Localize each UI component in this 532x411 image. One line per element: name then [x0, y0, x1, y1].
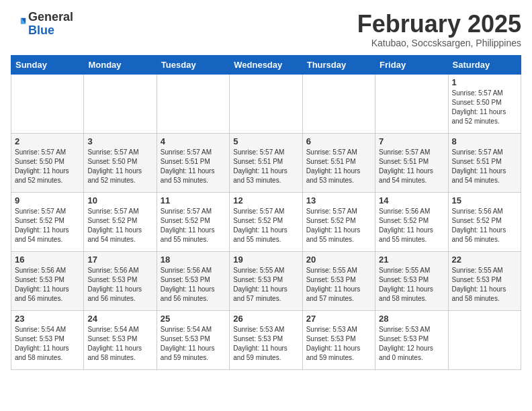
day-number: 28	[379, 314, 444, 324]
day-number: 11	[161, 195, 226, 205]
calendar-header-row: SundayMondayTuesdayWednesdayThursdayFrid…	[11, 55, 521, 74]
day-info: Sunrise: 5:57 AM Sunset: 5:50 PM Dayligh…	[452, 89, 517, 126]
day-number: 8	[452, 136, 517, 146]
day-number: 3	[87, 136, 152, 146]
calendar-day-cell: 26Sunrise: 5:53 AM Sunset: 5:53 PM Dayli…	[230, 310, 302, 369]
calendar-day-header: Thursday	[302, 55, 375, 74]
day-number: 9	[15, 195, 80, 205]
day-info: Sunrise: 5:55 AM Sunset: 5:53 PM Dayligh…	[452, 266, 517, 304]
day-info: Sunrise: 5:55 AM Sunset: 5:53 PM Dayligh…	[306, 266, 371, 304]
calendar-day-cell: 13Sunrise: 5:57 AM Sunset: 5:52 PM Dayli…	[302, 192, 375, 251]
calendar-day-cell: 24Sunrise: 5:54 AM Sunset: 5:53 PM Dayli…	[84, 310, 157, 369]
logo: General Blue	[11, 11, 73, 38]
calendar-day-cell	[230, 74, 302, 133]
day-number: 12	[233, 195, 298, 205]
day-info: Sunrise: 5:57 AM Sunset: 5:51 PM Dayligh…	[452, 148, 517, 185]
day-info: Sunrise: 5:57 AM Sunset: 5:51 PM Dayligh…	[306, 148, 371, 185]
calendar-week-row: 1Sunrise: 5:57 AM Sunset: 5:50 PM Daylig…	[11, 74, 521, 133]
day-number: 5	[233, 136, 298, 146]
page-header: General Blue February 2025 Katubao, Socc…	[11, 11, 521, 48]
day-number: 26	[233, 314, 298, 324]
day-info: Sunrise: 5:55 AM Sunset: 5:53 PM Dayligh…	[233, 266, 298, 304]
calendar-week-row: 23Sunrise: 5:54 AM Sunset: 5:53 PM Dayli…	[11, 310, 521, 369]
title-block: February 2025 Katubao, Soccsksargen, Phi…	[357, 11, 521, 48]
day-info: Sunrise: 5:57 AM Sunset: 5:50 PM Dayligh…	[15, 148, 80, 185]
day-info: Sunrise: 5:53 AM Sunset: 5:53 PM Dayligh…	[233, 325, 298, 363]
day-info: Sunrise: 5:57 AM Sunset: 5:52 PM Dayligh…	[161, 207, 226, 244]
day-number: 10	[87, 195, 152, 205]
day-number: 18	[161, 255, 226, 265]
calendar-day-cell: 20Sunrise: 5:55 AM Sunset: 5:53 PM Dayli…	[302, 251, 375, 310]
calendar-day-header: Monday	[84, 55, 157, 74]
day-info: Sunrise: 5:57 AM Sunset: 5:51 PM Dayligh…	[379, 148, 444, 185]
day-number: 15	[452, 195, 517, 205]
day-info: Sunrise: 5:56 AM Sunset: 5:52 PM Dayligh…	[379, 207, 444, 244]
day-info: Sunrise: 5:56 AM Sunset: 5:53 PM Dayligh…	[87, 266, 152, 304]
calendar-day-cell: 21Sunrise: 5:55 AM Sunset: 5:53 PM Dayli…	[375, 251, 448, 310]
day-number: 7	[379, 136, 444, 146]
calendar-day-cell: 22Sunrise: 5:55 AM Sunset: 5:53 PM Dayli…	[448, 251, 521, 310]
calendar-day-cell: 27Sunrise: 5:53 AM Sunset: 5:53 PM Dayli…	[302, 310, 375, 369]
calendar-day-cell	[84, 74, 157, 133]
day-info: Sunrise: 5:55 AM Sunset: 5:53 PM Dayligh…	[379, 266, 444, 304]
calendar-day-header: Tuesday	[157, 55, 229, 74]
calendar-day-cell	[448, 310, 521, 369]
calendar-day-cell: 15Sunrise: 5:56 AM Sunset: 5:52 PM Dayli…	[448, 192, 521, 251]
calendar-day-cell: 25Sunrise: 5:54 AM Sunset: 5:53 PM Dayli…	[157, 310, 229, 369]
day-number: 13	[306, 195, 371, 205]
calendar-day-cell: 9Sunrise: 5:57 AM Sunset: 5:52 PM Daylig…	[11, 192, 84, 251]
calendar-day-cell: 4Sunrise: 5:57 AM Sunset: 5:51 PM Daylig…	[157, 133, 229, 192]
day-number: 17	[87, 255, 152, 265]
calendar-day-cell	[302, 74, 375, 133]
calendar-day-header: Sunday	[11, 55, 84, 74]
day-info: Sunrise: 5:56 AM Sunset: 5:53 PM Dayligh…	[161, 266, 226, 304]
calendar-day-cell: 16Sunrise: 5:56 AM Sunset: 5:53 PM Dayli…	[11, 251, 84, 310]
calendar-week-row: 16Sunrise: 5:56 AM Sunset: 5:53 PM Dayli…	[11, 251, 521, 310]
calendar-day-cell: 14Sunrise: 5:56 AM Sunset: 5:52 PM Dayli…	[375, 192, 448, 251]
day-info: Sunrise: 5:57 AM Sunset: 5:51 PM Dayligh…	[233, 148, 298, 185]
calendar-day-cell: 2Sunrise: 5:57 AM Sunset: 5:50 PM Daylig…	[11, 133, 84, 192]
day-info: Sunrise: 5:54 AM Sunset: 5:53 PM Dayligh…	[15, 325, 80, 363]
calendar-day-cell: 17Sunrise: 5:56 AM Sunset: 5:53 PM Dayli…	[84, 251, 157, 310]
calendar-day-cell: 19Sunrise: 5:55 AM Sunset: 5:53 PM Dayli…	[230, 251, 302, 310]
day-info: Sunrise: 5:56 AM Sunset: 5:53 PM Dayligh…	[15, 266, 80, 304]
calendar-day-header: Wednesday	[230, 55, 302, 74]
day-info: Sunrise: 5:53 AM Sunset: 5:53 PM Dayligh…	[379, 325, 444, 363]
calendar-day-cell	[157, 74, 229, 133]
calendar-week-row: 9Sunrise: 5:57 AM Sunset: 5:52 PM Daylig…	[11, 192, 521, 251]
day-info: Sunrise: 5:57 AM Sunset: 5:50 PM Dayligh…	[87, 148, 152, 185]
day-number: 1	[452, 77, 517, 87]
calendar-day-cell: 8Sunrise: 5:57 AM Sunset: 5:51 PM Daylig…	[448, 133, 521, 192]
day-number: 14	[379, 195, 444, 205]
calendar-day-header: Friday	[375, 55, 448, 74]
calendar-day-cell: 10Sunrise: 5:57 AM Sunset: 5:52 PM Dayli…	[84, 192, 157, 251]
calendar-day-header: Saturday	[448, 55, 521, 74]
day-number: 23	[15, 314, 80, 324]
calendar-day-cell: 23Sunrise: 5:54 AM Sunset: 5:53 PM Dayli…	[11, 310, 84, 369]
day-number: 21	[379, 255, 444, 265]
calendar-week-row: 2Sunrise: 5:57 AM Sunset: 5:50 PM Daylig…	[11, 133, 521, 192]
day-info: Sunrise: 5:54 AM Sunset: 5:53 PM Dayligh…	[161, 325, 226, 363]
day-number: 27	[306, 314, 371, 324]
day-number: 19	[233, 255, 298, 265]
calendar-day-cell: 18Sunrise: 5:56 AM Sunset: 5:53 PM Dayli…	[157, 251, 229, 310]
logo-text: General Blue	[28, 11, 73, 38]
calendar-day-cell	[11, 74, 84, 133]
location: Katubao, Soccsksargen, Philippines	[357, 38, 521, 48]
day-info: Sunrise: 5:56 AM Sunset: 5:52 PM Dayligh…	[452, 207, 517, 244]
day-info: Sunrise: 5:57 AM Sunset: 5:52 PM Dayligh…	[87, 207, 152, 244]
calendar-day-cell: 6Sunrise: 5:57 AM Sunset: 5:51 PM Daylig…	[302, 133, 375, 192]
day-number: 16	[15, 255, 80, 265]
month-title: February 2025	[357, 11, 521, 38]
day-info: Sunrise: 5:54 AM Sunset: 5:53 PM Dayligh…	[87, 325, 152, 363]
day-number: 25	[161, 314, 226, 324]
calendar-table: SundayMondayTuesdayWednesdayThursdayFrid…	[11, 55, 521, 370]
day-number: 24	[87, 314, 152, 324]
calendar-day-cell: 11Sunrise: 5:57 AM Sunset: 5:52 PM Dayli…	[157, 192, 229, 251]
day-info: Sunrise: 5:57 AM Sunset: 5:52 PM Dayligh…	[233, 207, 298, 244]
day-number: 4	[161, 136, 226, 146]
day-info: Sunrise: 5:57 AM Sunset: 5:52 PM Dayligh…	[15, 207, 80, 244]
day-info: Sunrise: 5:53 AM Sunset: 5:53 PM Dayligh…	[306, 325, 371, 363]
logo-icon	[12, 15, 27, 30]
calendar-day-cell: 7Sunrise: 5:57 AM Sunset: 5:51 PM Daylig…	[375, 133, 448, 192]
